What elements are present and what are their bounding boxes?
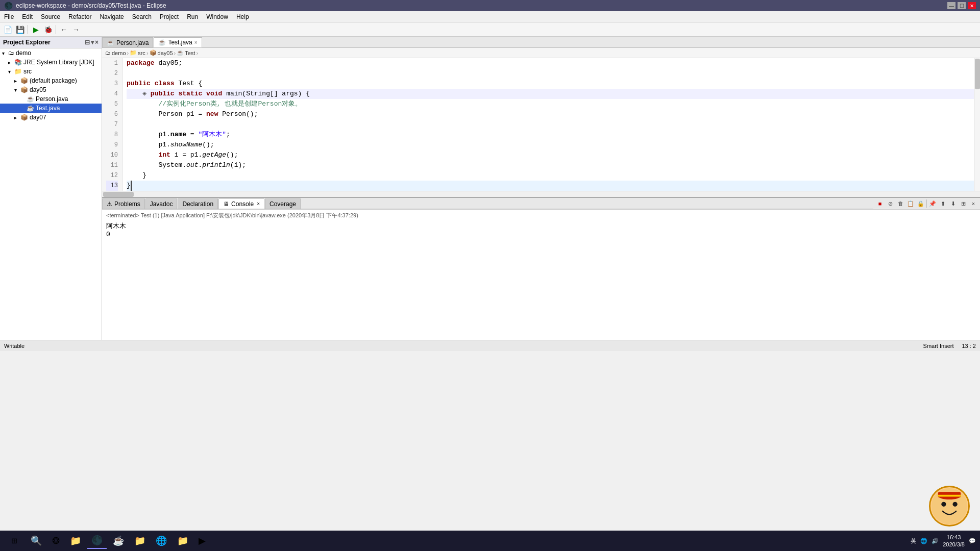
code-line-5: //实例化Person类, 也就是创建Person对象。 (127, 99, 974, 109)
tab-person-java[interactable]: ☕ Person.java (102, 37, 153, 47)
taskbar-browser-btn[interactable]: 🌐 (152, 533, 171, 549)
taskbar: ⊞ 🔍 ❂ 📁 🌑 ☕ 📁 🌐 📁 ▶ 英 🌐 🔊 16:43 2020/3/8… (0, 531, 980, 551)
sidebar-menu-icon[interactable]: ▾ (91, 39, 94, 46)
taskbar-media-btn[interactable]: ▶ (194, 533, 210, 549)
console-copy-btn[interactable]: 📋 (906, 199, 915, 208)
sidebar-item-jre[interactable]: ▸ 📚 JRE System Library [JDK] (0, 58, 102, 67)
taskbar-notifications[interactable]: 💬 (969, 538, 976, 544)
svg-rect-4 (938, 492, 961, 497)
taskbar-lang[interactable]: 英 (911, 537, 916, 545)
console-clear-btn[interactable]: 🗑 (896, 199, 905, 208)
avatar (929, 486, 970, 527)
sidebar-item-src[interactable]: ▾ 📁 src (0, 67, 102, 76)
menu-navigate[interactable]: Navigate (95, 11, 128, 22)
code-line-3: public class Test { (127, 79, 974, 89)
code-line-13: } (127, 181, 974, 191)
menu-project[interactable]: Project (156, 11, 183, 22)
line-numbers: 1 2 3 4 5 6 7 8 9 10 11 12 13 (102, 58, 122, 191)
taskbar-search-btn[interactable]: 🔍 (27, 533, 46, 549)
minimize-button[interactable]: — (947, 2, 955, 9)
console-output-line-2: 0 (106, 231, 976, 238)
code-content[interactable]: package day05; public class Test { ◈ pub… (122, 58, 974, 191)
taskbar-time[interactable]: 16:43 2020/3/8 (943, 534, 965, 548)
toolbar-debug-button[interactable]: 🐞 (42, 24, 54, 35)
breadcrumb-demo[interactable]: demo (112, 50, 126, 56)
tab-test-java[interactable]: ☕ Test.java × (154, 37, 202, 47)
breadcrumb-src[interactable]: src (138, 50, 145, 56)
sidebar-close-icon[interactable]: × (95, 39, 99, 46)
console-pin-btn[interactable]: 📌 (928, 199, 937, 208)
sidebar-item-day05[interactable]: ▾ 📦 day05 (0, 85, 102, 94)
code-editor[interactable]: 1 2 3 4 5 6 7 8 9 10 11 12 13 package da… (102, 58, 980, 191)
console-terminate-btn[interactable]: ■ (875, 199, 885, 208)
window-controls: — ☐ ✕ (947, 2, 976, 9)
sidebar-collapse-icon[interactable]: ⊟ (85, 39, 90, 46)
breadcrumb-day05[interactable]: day05 (158, 50, 173, 56)
sidebar-item-default-package[interactable]: ▸ 📦 (default package) (0, 76, 102, 85)
sidebar-item-day07[interactable]: ▸ 📦 day07 (0, 113, 102, 122)
toolbar-back-button[interactable]: ← (58, 24, 69, 35)
folder-icon: 📁 (14, 68, 22, 75)
start-button[interactable]: ⊞ (4, 533, 24, 549)
svg-rect-5 (938, 495, 961, 497)
taskbar-java-btn[interactable]: ☕ (109, 533, 128, 549)
line-num-10: 10 (106, 150, 118, 160)
console-tab-close[interactable]: × (257, 201, 260, 207)
console-scroll-lock-btn[interactable]: 🔒 (916, 199, 925, 208)
tab-test-close-icon[interactable]: × (194, 40, 198, 45)
expand-arrow-src: ▾ (8, 69, 14, 74)
console-close-btn[interactable]: × (969, 199, 978, 208)
menu-file[interactable]: File (0, 11, 18, 22)
status-writable: Writable (4, 343, 24, 349)
taskbar-explorer-btn[interactable]: 📁 (66, 533, 85, 549)
sidebar-item-demo[interactable]: ▾ 🗂 demo (0, 48, 102, 58)
svg-point-1 (941, 502, 946, 507)
status-position: 13 : 2 (962, 343, 976, 349)
bottom-tab-bar: ⚠ Problems Javadoc Declaration 🖥 Console… (102, 198, 873, 209)
line-num-1: 1 (106, 58, 118, 68)
tab-problems[interactable]: ⚠ Problems (102, 198, 145, 209)
toolbar-save-button[interactable]: 💾 (14, 24, 26, 35)
sidebar-item-person-java[interactable]: ☕ Person.java (0, 94, 102, 104)
toolbar-new-button[interactable]: 📄 (2, 24, 13, 35)
menu-help[interactable]: Help (232, 11, 253, 22)
tab-console[interactable]: 🖥 Console × (218, 198, 264, 209)
console-maximize-btn[interactable]: ⊞ (959, 199, 968, 208)
code-line-1: package day05; (127, 58, 974, 68)
menu-search[interactable]: Search (128, 11, 156, 22)
h-scroll-thumb[interactable] (103, 192, 134, 197)
close-button[interactable]: ✕ (968, 2, 976, 9)
taskbar-eclipse-btn[interactable]: 🌑 (87, 533, 107, 549)
tab-test-label: Test.java (168, 39, 192, 46)
taskbar-files-btn[interactable]: 📁 (173, 533, 192, 549)
expand-arrow-default: ▸ (14, 78, 20, 84)
menu-source[interactable]: Source (37, 11, 64, 22)
taskbar-task-view-btn[interactable]: ❂ (48, 533, 64, 549)
menu-bar: File Edit Source Refactor Navigate Searc… (0, 11, 980, 22)
tab-declaration[interactable]: Declaration (178, 198, 218, 209)
sidebar-item-test-java[interactable]: ☕ Test.java (0, 104, 102, 113)
console-area[interactable]: <terminated> Test (1) [Java Application]… (102, 210, 980, 340)
sidebar-label-person: Person.java (36, 95, 68, 103)
console-expand-btn[interactable]: ⬆ (938, 199, 947, 208)
menu-edit[interactable]: Edit (18, 11, 37, 22)
toolbar-forward-button[interactable]: → (70, 24, 82, 35)
tab-javadoc[interactable]: Javadoc (145, 198, 178, 209)
console-disconnect-btn[interactable]: ⊘ (886, 199, 895, 208)
menu-refactor[interactable]: Refactor (64, 11, 95, 22)
menu-run[interactable]: Run (183, 11, 202, 22)
toolbar-separator2 (56, 25, 56, 34)
taskbar-folder-btn[interactable]: 📁 (130, 533, 150, 549)
menu-window[interactable]: Window (202, 11, 232, 22)
editor-scrollbar[interactable] (974, 58, 980, 191)
tab-coverage[interactable]: Coverage (265, 198, 301, 209)
avatar-image (930, 486, 968, 527)
maximize-button[interactable]: ☐ (958, 2, 966, 9)
console-minimize-btn[interactable]: ⬇ (948, 199, 958, 208)
breadcrumb-test[interactable]: Test (185, 50, 195, 56)
breadcrumb-class-icon: ☕ (177, 49, 184, 56)
console-icon: 🖥 (223, 201, 229, 208)
horizontal-scrollbar[interactable] (102, 191, 980, 197)
toolbar-run-button[interactable]: ▶ (30, 24, 41, 35)
scroll-thumb[interactable] (975, 59, 980, 89)
